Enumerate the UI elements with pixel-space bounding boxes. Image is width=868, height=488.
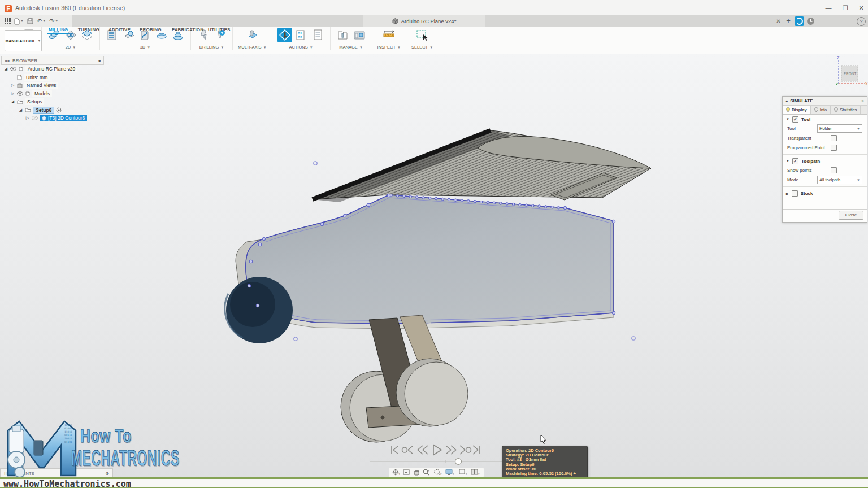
zoom-window-icon[interactable]: ▾ xyxy=(433,468,442,478)
bulb-icon xyxy=(834,107,838,112)
operation-icon xyxy=(42,116,46,121)
expand-icon[interactable]: ◢ xyxy=(18,108,23,112)
tool-dropdown[interactable]: Holder▼ xyxy=(817,124,862,133)
section-tool[interactable]: ▼ ✓ Tool xyxy=(783,115,867,124)
navigation-bar: ▾ + ▾ ▾ ▾ ▾ xyxy=(389,468,484,477)
row-programmed-point: Programmed Point xyxy=(783,143,867,152)
play-backward-button[interactable] xyxy=(418,446,428,454)
expand-icon[interactable]: ◢ xyxy=(10,99,15,104)
viewports-icon[interactable]: ▾ xyxy=(471,468,480,478)
svg-text:10110: 10110 xyxy=(64,424,72,426)
svg-text:▾: ▾ xyxy=(440,472,442,476)
axis-z-label: Z xyxy=(837,56,840,60)
stock-section-checkbox[interactable] xyxy=(792,190,798,197)
svg-text:10011: 10011 xyxy=(64,437,72,440)
tree-row-setup6[interactable]: ◢ Setup6 xyxy=(1,106,104,115)
timeline-handle[interactable] xyxy=(455,459,462,465)
toolpath-section-checkbox[interactable]: ✓ xyxy=(792,158,798,164)
named-views-icon xyxy=(17,83,23,88)
show-points-checkbox[interactable] xyxy=(831,167,837,173)
panel-dot-icon: ● xyxy=(98,58,101,63)
pan-icon[interactable]: ▾ xyxy=(392,468,400,478)
mode-dropdown[interactable]: All toolpath▼ xyxy=(817,176,862,184)
browser-header[interactable]: ◂◂ BROWSER ● xyxy=(1,56,104,65)
svg-text:▾: ▾ xyxy=(466,472,467,476)
tab-info[interactable]: Info xyxy=(811,106,831,114)
svg-text:01101: 01101 xyxy=(64,441,72,443)
fast-forward-button[interactable] xyxy=(446,446,456,454)
watermark-url-strip: www.HowToMechatronics.com xyxy=(0,477,868,488)
go-to-end-button[interactable] xyxy=(473,446,479,454)
simulation-player xyxy=(389,443,480,457)
tree-row-models[interactable]: ▷ Models xyxy=(1,90,104,98)
simulate-dialog: ● SIMULATE » Display Info Statistics ▼ ✓… xyxy=(782,96,867,223)
active-setup-radio-icon[interactable] xyxy=(56,107,62,113)
close-button[interactable]: Close xyxy=(839,211,863,220)
tool-section-checkbox[interactable]: ✓ xyxy=(792,116,798,123)
axis-x-label: X xyxy=(865,82,868,86)
svg-text:▾: ▾ xyxy=(478,472,480,476)
expand-icon[interactable]: ◢ xyxy=(3,67,8,71)
collapse-panel-icon[interactable]: ◂◂ xyxy=(5,58,10,63)
tree-row-2d-contour6[interactable]: ▷ [T3] 2D Contour6 xyxy=(1,114,104,123)
fit-icon[interactable] xyxy=(403,468,410,478)
svg-text:01001: 01001 xyxy=(64,427,72,430)
display-settings-icon[interactable]: ▾ xyxy=(445,468,455,478)
visibility-eye-icon[interactable] xyxy=(10,67,16,71)
tab-display[interactable]: Display xyxy=(783,106,811,114)
component-icon xyxy=(25,91,31,97)
simulate-dialog-header[interactable]: ● SIMULATE » xyxy=(783,97,867,106)
svg-text:▾: ▾ xyxy=(453,472,454,476)
row-transparent: Transparent xyxy=(783,133,867,143)
svg-text:11010: 11010 xyxy=(64,430,72,433)
tree-row-units[interactable]: Units: mm xyxy=(1,73,104,82)
collapsed-icon[interactable]: ▷ xyxy=(10,91,15,96)
folder-icon xyxy=(25,107,31,112)
tree-row-root[interactable]: ◢ Arduino RC Plane v20 xyxy=(1,65,104,73)
component-icon xyxy=(18,66,24,72)
bulb-icon xyxy=(786,107,790,112)
row-mode: Mode All toolpath▼ xyxy=(783,175,867,185)
visibility-eye-icon[interactable] xyxy=(17,91,23,96)
orbit-hand-icon[interactable] xyxy=(413,468,420,478)
next-operation-button[interactable] xyxy=(460,446,471,454)
watermark-line1: How To xyxy=(80,425,132,447)
motor-spinner xyxy=(225,277,293,343)
visibility-off-icon[interactable] xyxy=(32,116,38,120)
go-to-start-button[interactable] xyxy=(392,446,398,454)
tree-row-named-views[interactable]: ▷ Named Views xyxy=(1,81,104,90)
svg-text:00111: 00111 xyxy=(64,434,72,437)
units-doc-icon xyxy=(17,75,22,80)
watermark-line2: MECHATRONICS xyxy=(71,446,180,470)
dialog-expand-icon[interactable]: » xyxy=(862,98,864,103)
zoom-icon[interactable]: + xyxy=(423,468,430,478)
watermark-url: www.HowToMechatronics.com xyxy=(3,479,131,488)
operation-tooltip: Operation: 2D Contour6 Strategy: 2D Cont… xyxy=(502,446,588,479)
bulb-icon xyxy=(814,107,818,112)
collapsed-icon[interactable]: ▷ xyxy=(10,83,15,88)
section-stock[interactable]: ▶ Stock xyxy=(783,189,867,198)
svg-text:FRONT: FRONT xyxy=(844,72,856,76)
folder-icon xyxy=(17,99,23,104)
programmed-point-checkbox[interactable] xyxy=(831,145,837,151)
transparent-checkbox[interactable] xyxy=(831,135,837,141)
grid-settings-icon[interactable]: ▾ xyxy=(458,468,468,478)
plane-model xyxy=(0,0,868,488)
section-toolpath[interactable]: ▼ ✓ Toolpath xyxy=(783,156,867,165)
mouse-cursor xyxy=(540,435,548,445)
view-cube[interactable]: FRONT Z X xyxy=(830,55,868,90)
previous-operation-button[interactable] xyxy=(402,446,414,454)
tab-statistics[interactable]: Statistics xyxy=(831,106,861,114)
comments-close-icon[interactable]: ⊗ xyxy=(106,471,109,476)
wing xyxy=(313,130,651,202)
row-show-points: Show points xyxy=(783,165,867,175)
browser-panel: ◂◂ BROWSER ● ◢ Arduino RC Plane v20 Unit… xyxy=(1,56,104,123)
svg-text:+: + xyxy=(428,469,429,472)
collapsed-icon[interactable]: ▷ xyxy=(25,116,30,120)
play-button[interactable] xyxy=(433,445,441,455)
landing-gear xyxy=(341,315,468,442)
dialog-dot-icon: ● xyxy=(785,99,788,103)
tree-row-setups[interactable]: ◢ Setups xyxy=(1,98,104,106)
axis-y-origin xyxy=(836,83,839,85)
row-tool: Tool Holder▼ xyxy=(783,124,867,133)
